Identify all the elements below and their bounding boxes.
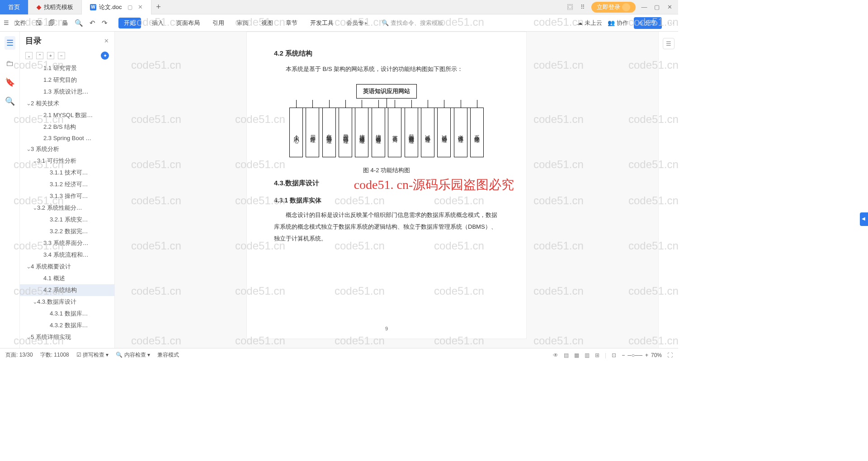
toc-item[interactable]: ⌄3 系统分析 [20,143,114,155]
content-check-button[interactable]: 🔍 内容检查 ▾ [116,351,150,359]
toc-item[interactable]: 3.1.2 经济可… [20,179,114,190]
toc-item[interactable]: 3.3 系统界面分… [20,237,114,249]
ribbon-tab-review[interactable]: 审阅 [235,18,250,28]
zoom-in-icon[interactable]: + [645,352,648,358]
outline-rail-icon[interactable]: ☰ [5,36,15,50]
ribbon-tab-reference[interactable]: 引用 [211,18,226,28]
diagram-node: 用户管理 [306,108,319,157]
login-label: 立即登录 [597,3,620,11]
diagram-node: 我的收藏管理 [405,108,418,157]
search-rail-icon[interactable]: 🔍 [5,96,15,106]
readmode-icon[interactable]: 👁 [553,352,558,358]
tab-template-label: 找稻壳模板 [44,3,73,11]
toc-item[interactable]: 1.2 研究目的 [20,74,114,86]
menu-icon[interactable]: ☰ [4,19,9,26]
zoom-fit-icon[interactable]: ⊡ [612,352,616,358]
outline-close-icon[interactable]: ✕ [104,38,109,44]
share-label: 分享 [645,19,656,27]
toc-item[interactable]: ⌄3.2 系统性能分… [20,202,114,214]
view-fit-icon[interactable]: ⊞ [595,352,599,358]
page-indicator[interactable]: 页面: 13/30 [5,351,33,359]
toc-item[interactable]: 4.2 系统结构 [20,284,114,296]
zoom-control[interactable]: − ─○── + 70% [622,352,662,358]
spellcheck-button[interactable]: ☑ 拼写检查 ▾ [76,351,109,359]
page-number: 9 [385,326,388,331]
diagram-node: 试题管理 [437,108,451,157]
main-area: ☰ 🗀 🔖 🔍 目录 ✕ ⌄ ⌃ + − ✦ 1.1 研究背景1.2 研究目的1… [0,32,678,348]
tab-template[interactable]: ◆找稻壳模板 [28,0,82,14]
ribbon-tab-vip[interactable]: 会员专 [344,18,370,28]
tab-home[interactable]: 首页 [0,0,28,14]
toc-item[interactable]: 1.1 研究背景 [20,62,114,74]
toc-item[interactable]: 4.3.2 数据库… [20,320,114,331]
redo-icon[interactable]: ↷ [102,19,108,27]
clip-rail-icon[interactable]: 🗀 [6,59,14,68]
toc-item[interactable]: ⌄5 系统详细实现 [20,331,114,343]
print-preview-icon[interactable]: 🔍 [75,19,83,27]
maximize-icon[interactable]: ▢ [653,4,661,10]
ribbon-tab-layout[interactable]: 页面布局 [175,18,202,28]
close-window-icon[interactable]: ✕ [665,4,674,10]
avatar-icon [622,3,630,11]
tab-close-icon[interactable]: ✕ [138,4,143,10]
share-button[interactable]: ⎋分享 [634,17,662,29]
toc-item[interactable]: 2.2 B/S 结构 [20,121,114,133]
fullscreen-icon[interactable]: ⛶ [667,352,673,358]
ribbon-tab-dev[interactable]: 开发工具 [308,18,335,28]
add-tab-button[interactable]: + [151,2,166,12]
toc-item[interactable]: 4.3.1 数据库… [20,308,114,320]
ribbon-tab-section[interactable]: 章节 [284,18,299,28]
remove-level-icon[interactable]: − [58,52,65,59]
toc-item[interactable]: 2.3 Spring Boot … [20,133,114,143]
file-menu[interactable]: 文件 [12,19,29,27]
apps-icon[interactable]: ⠿ [579,4,587,10]
minimize-icon[interactable]: — [640,4,648,10]
toc-item[interactable]: ⌄3.1 可行性分析 [20,155,114,167]
docer-icon: ◆ [37,4,41,10]
view-web-icon[interactable]: ▥ [585,352,590,358]
left-rail: ☰ 🗀 🔖 🔍 [0,32,20,348]
right-panel-toggle-icon[interactable]: ☰ [663,38,675,49]
undo-icon[interactable]: ↶ [90,19,95,27]
ribbon-tab-start[interactable]: 开始 [118,18,141,28]
word-count[interactable]: 字数: 11008 [40,351,69,359]
collapse-all-icon[interactable]: ⌄ [25,52,33,59]
toc-item[interactable]: ⌄4.3.数据库设计 [20,296,114,308]
add-level-icon[interactable]: + [47,52,54,59]
view-page-icon[interactable]: ▤ [564,352,569,358]
toc-item[interactable]: 3.2.1 系统安… [20,214,114,226]
toc-item[interactable]: ⌄4 系统概要设计 [20,261,114,273]
save-as-icon[interactable]: 🗐 [48,19,55,27]
bookmark-rail-icon[interactable]: 🔖 [5,77,15,87]
ribbon-more-icon[interactable]: ⋯ [667,19,675,27]
save-icon[interactable]: 🖫 [35,19,42,27]
tab-document[interactable]: W 论文.doc ▢ ✕ [82,0,151,14]
toc-item[interactable]: 4.1 概述 [20,273,114,284]
compat-mode[interactable]: 兼容模式 [157,351,179,359]
collaboration-button[interactable]: 协作 [608,19,628,27]
expand-all-icon[interactable]: ⌃ [36,52,43,59]
zoom-value[interactable]: 70% [651,352,662,358]
cloud-status[interactable]: 未上云 [577,19,602,27]
document-area[interactable]: 📄▾ 4.2 系统结构 本系统是基于 B/S 架构的网站系统，设计的功能结构图如… [115,32,658,348]
command-search[interactable]: 🔍查找命令、搜索模板 [382,19,443,27]
view-outline-icon[interactable]: ▦ [574,352,579,358]
toc-item[interactable]: 3.1.1 技术可… [20,167,114,179]
function-diagram: 英语知识应用网站 个人中心用户管理在线学习管理学习技巧管理培训信息管理培训报名管… [287,84,486,157]
toc-item[interactable]: ⌄2 相关技术 [20,98,114,109]
outline-title: 目录 [25,35,42,46]
toc-item[interactable]: 3.1.3 操作可… [20,190,114,202]
ribbon-tab-insert[interactable]: 插入 [150,18,165,28]
zoom-out-icon[interactable]: − [622,352,625,358]
login-button[interactable]: 立即登录 [591,2,636,13]
tab-window-icon[interactable]: ▢ [127,4,132,10]
reading-layout-icon[interactable]: ⿴ [566,4,574,10]
toc-item[interactable]: 3.2.2 数据完… [20,226,114,237]
toc-item[interactable]: 1.3 系统设计思… [20,86,114,98]
outline-ai-icon[interactable]: ✦ [101,52,109,60]
tab-doc-label: 论文.doc [99,3,122,11]
print-icon[interactable]: 🖶 [61,19,68,27]
toc-item[interactable]: 3.4 系统流程和… [20,249,114,261]
toc-item[interactable]: 2.1 MYSQL 数据… [20,109,114,121]
ribbon-tab-view[interactable]: 视图 [259,18,275,28]
